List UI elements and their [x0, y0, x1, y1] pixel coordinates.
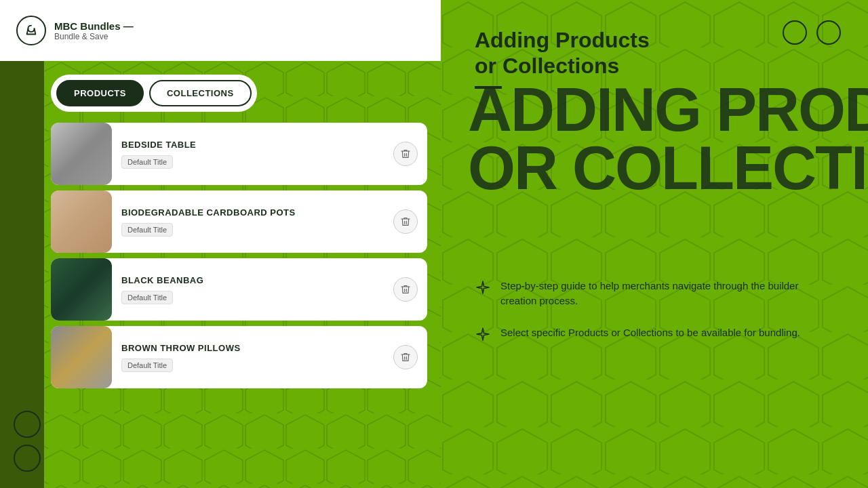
product-thumb-4 — [51, 326, 112, 388]
sparkle-icon-2 — [475, 327, 491, 343]
tab-collections[interactable]: COLLECTIONS — [149, 80, 252, 106]
delete-button-1[interactable] — [393, 142, 418, 166]
header: MBC Bundles — Bundle & Save — [0, 0, 441, 61]
left-content-area: PRODUCTS COLLECTIONS BEDSIDE TABLE Defau… — [0, 61, 441, 488]
brand-subtitle: Bundle & Save — [54, 32, 134, 41]
product-name-3: BLACK BEANBAG — [121, 275, 393, 285]
product-name-1: BEDSIDE TABLE — [121, 140, 393, 150]
tab-products[interactable]: PRODUCTS — [56, 80, 144, 106]
nav-dot-2[interactable] — [14, 445, 41, 472]
tab-bar: PRODUCTS COLLECTIONS — [51, 75, 257, 112]
brand-text: MBC Bundles — Bundle & Save — [54, 20, 134, 41]
product-thumb-1 — [51, 123, 112, 185]
right-title: Adding Products or Collections — [475, 27, 834, 79]
delete-button-3[interactable] — [393, 277, 418, 302]
nav-dots — [14, 411, 41, 472]
feature-item-1: Step-by-step guide to help merchants nav… — [475, 279, 834, 309]
nav-dot-1[interactable] — [14, 411, 41, 438]
product-tag-1: Default Title — [121, 155, 173, 169]
feature-item-2: Select specific Products or Collections … — [475, 325, 834, 343]
product-info-1: BEDSIDE TABLE Default Title — [121, 140, 393, 169]
feature-text-1: Step-by-step guide to help merchants nav… — [500, 279, 834, 309]
brand-name: MBC Bundles — — [54, 20, 134, 32]
feature-list: Step-by-step guide to help merchants nav… — [475, 279, 834, 343]
right-title-line1: Adding Products — [475, 28, 650, 52]
product-info-2: BIODEGRADABLE CARDBOARD POTS Default Tit… — [121, 207, 393, 237]
feature-text-2: Select specific Products or Collections … — [500, 325, 800, 341]
sparkle-icon-1 — [475, 280, 491, 296]
product-tag-4: Default Title — [121, 359, 173, 372]
delete-button-2[interactable] — [393, 209, 418, 234]
product-name-4: BROWN THROW PILLOWS — [121, 343, 393, 353]
right-panel: Adding Products or Collections ADDING PR… — [441, 0, 868, 488]
product-name-2: BIODEGRADABLE CARDBOARD POTS — [121, 207, 393, 218]
product-thumb-3 — [51, 258, 112, 321]
product-tag-2: Default Title — [121, 223, 173, 237]
product-info-3: BLACK BEANBAG Default Title — [121, 275, 393, 304]
product-info-4: BROWN THROW PILLOWS Default Title — [121, 343, 393, 372]
left-panel: MBC Bundles — Bundle & Save PRODUCTS COL… — [0, 0, 441, 488]
product-item-4: BROWN THROW PILLOWS Default Title — [51, 326, 427, 388]
delete-button-4[interactable] — [393, 345, 418, 369]
product-list-container: PRODUCTS COLLECTIONS BEDSIDE TABLE Defau… — [44, 61, 441, 407]
product-thumb-2 — [51, 190, 112, 253]
right-content: Adding Products or Collections — [475, 27, 834, 89]
logo[interactable] — [16, 16, 46, 45]
right-title-line2: or Collections — [475, 54, 619, 78]
title-divider — [475, 86, 502, 89]
product-tag-3: Default Title — [121, 291, 173, 304]
product-item-1: BEDSIDE TABLE Default Title — [51, 123, 427, 185]
product-item-3: BLACK BEANBAG Default Title — [51, 258, 427, 321]
product-item-2: BIODEGRADABLE CARDBOARD POTS Default Tit… — [51, 190, 427, 253]
